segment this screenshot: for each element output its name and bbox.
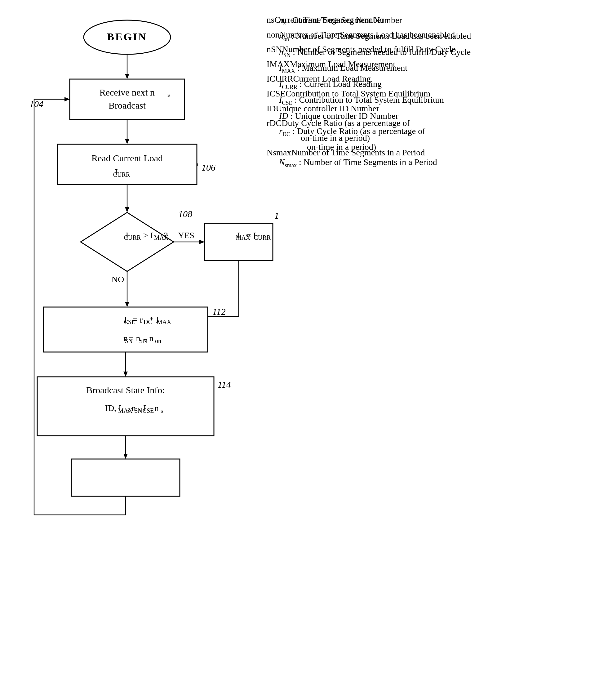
svg-text:?: ? xyxy=(164,231,168,240)
svg-text:YES: YES xyxy=(178,231,194,240)
svg-marker-37 xyxy=(125,302,129,307)
svg-marker-19 xyxy=(81,212,174,271)
svg-text:104: 104 xyxy=(29,99,43,109)
legend-row-4: ICURR : Current Load Reading xyxy=(279,76,471,92)
legend-desc-8: Number of Time Segments in a Period xyxy=(303,157,437,167)
svg-text:, n: , n xyxy=(150,403,159,413)
svg-text:Read Current Load: Read Current Load xyxy=(91,153,163,163)
svg-text:106: 106 xyxy=(202,162,215,172)
legend-row-7: rDC : Duty Cycle Ratio (as a percentage … xyxy=(279,123,471,139)
svg-text:s: s xyxy=(161,407,163,414)
legend-desc-0: Current Time Segment Number xyxy=(292,15,402,25)
legend-row-6: ID : Unique controller ID Number xyxy=(279,108,471,123)
legend-desc-6: Unique controller ID Number xyxy=(295,111,398,121)
svg-text:Broadcast: Broadcast xyxy=(108,100,146,110)
legend-row-2: nSN : Number of Segments needed to fulfi… xyxy=(279,45,471,60)
legend-desc-7: Duty Cycle Ratio (as a percentage of xyxy=(297,126,425,136)
svg-marker-56 xyxy=(123,371,128,377)
svg-text:114: 114 xyxy=(218,379,231,389)
svg-marker-10 xyxy=(125,139,129,144)
svg-text:Receive next n: Receive next n xyxy=(100,87,155,97)
svg-text:> I: > I xyxy=(143,231,153,240)
svg-text:CURR: CURR xyxy=(113,171,130,178)
svg-text:Broadcast State Info:: Broadcast State Info: xyxy=(86,385,165,395)
svg-rect-70 xyxy=(71,459,180,496)
legend-row-0: ns : Current Time Segment Number xyxy=(279,12,471,28)
legend-row-1: non : Number of Time Segments Load has b… xyxy=(279,28,471,44)
svg-text:CURR: CURR xyxy=(254,234,271,241)
svg-text:MAX: MAX xyxy=(157,319,172,325)
svg-text:NO: NO xyxy=(112,274,124,284)
svg-marker-27 xyxy=(199,240,205,244)
legend-desc-3: Maximum Load Measurement xyxy=(302,63,408,73)
svg-marker-18 xyxy=(125,207,129,212)
svg-text:- n: - n xyxy=(144,333,154,343)
svg-text:112: 112 xyxy=(212,307,226,317)
svg-rect-5 xyxy=(70,79,185,119)
page: ns Current Time Segment Number non Numbe… xyxy=(0,0,590,700)
legend-row-7b: on-time in a period) xyxy=(279,139,471,155)
legend-row-5: ICSE : Contribution to Total System Equi… xyxy=(279,92,471,108)
svg-text:= n: = n xyxy=(129,333,140,343)
svg-text:CURR: CURR xyxy=(124,234,141,241)
svg-text:110: 110 xyxy=(274,210,279,221)
legend-desc-2: Number of Segments needed to fulfill Dut… xyxy=(297,47,471,57)
legend-html: ns : Current Time Segment Number non : N… xyxy=(279,12,471,171)
legend-desc-1: Number of Time Segments Load has been en… xyxy=(296,31,471,40)
svg-text:s: s xyxy=(168,91,170,98)
legend-row-3: IMAX : Maximum Load Measurement xyxy=(279,60,471,76)
legend-row-8: Nsmax : Number of Time Segments in a Per… xyxy=(279,155,471,170)
svg-marker-69 xyxy=(123,454,128,459)
svg-rect-41 xyxy=(43,307,208,352)
svg-marker-3 xyxy=(125,74,129,79)
svg-text:= r: = r xyxy=(133,315,143,325)
svg-marker-75 xyxy=(65,97,70,101)
svg-rect-11 xyxy=(57,144,197,185)
legend-desc-4: Current Load Reading xyxy=(304,79,382,89)
svg-text:108: 108 xyxy=(178,209,192,219)
flowchart-svg: BEGIN 104 Receive next n s Broadcast Rea… xyxy=(9,12,279,689)
svg-rect-29 xyxy=(205,223,273,261)
svg-text:on: on xyxy=(155,337,161,344)
legend-desc-5: Contribution to Total System Equilibrium xyxy=(299,95,444,104)
legend-desc-7b: on-time in a period) xyxy=(307,142,376,152)
svg-text:BEGIN: BEGIN xyxy=(107,31,147,42)
